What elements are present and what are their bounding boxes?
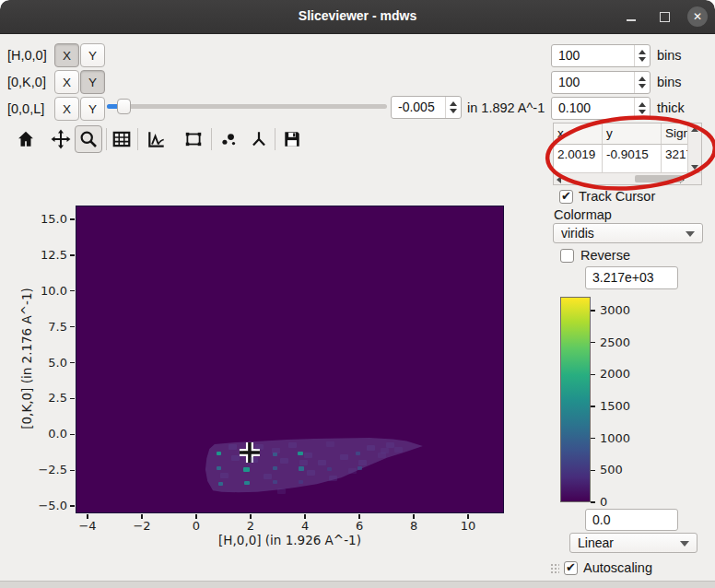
spin-arrows[interactable] [634, 45, 650, 66]
y-tick-mark [70, 218, 75, 219]
x-tick-label: 10 [461, 519, 476, 533]
home-button[interactable] [14, 127, 38, 151]
spin-arrows[interactable] [634, 72, 650, 93]
table-header-2[interactable]: Signal [662, 123, 690, 145]
heatmap-point [326, 441, 334, 447]
colorbar-tick-mark [591, 470, 595, 471]
colorbar-tick-mark [591, 501, 595, 502]
scroll-left-icon[interactable] [557, 176, 561, 183]
heatmap-point [243, 467, 250, 472]
colorbar-tick-label: 0 [600, 495, 607, 509]
heatmap-point [298, 452, 303, 455]
colormap-label: Colormap [554, 207, 612, 222]
grid-button[interactable] [110, 127, 134, 151]
pan-icon [51, 129, 71, 149]
colormap-dropdown[interactable]: viridis [553, 223, 703, 243]
pan-button[interactable] [49, 127, 73, 151]
heatmap-point [367, 445, 375, 451]
y-tick-mark [70, 290, 75, 291]
l-slice-value: -0.005 [398, 100, 435, 114]
heatmap-point [340, 454, 348, 460]
heatmap-point [299, 480, 303, 484]
scroll-down-icon[interactable] [691, 165, 698, 170]
home-icon [16, 129, 36, 149]
k-bins-label: bins [657, 75, 682, 89]
scale-dropdown[interactable]: Linear [569, 533, 697, 553]
min-value-field[interactable]: 0.0 [585, 509, 678, 531]
resize-grip[interactable] [550, 563, 559, 574]
track-cursor-checkbox[interactable] [559, 190, 573, 204]
y-tick-mark [70, 326, 75, 327]
titlebar[interactable]: Sliceviewer - mdws ✕ [0, 0, 715, 34]
peaks-overlay-button[interactable] [217, 127, 240, 151]
spin-up-icon[interactable] [450, 101, 457, 106]
colorbar[interactable] [560, 297, 591, 502]
heatmap-point [280, 458, 288, 464]
save-button[interactable] [280, 127, 304, 151]
plot-area[interactable] [76, 206, 504, 513]
maximize-button[interactable] [654, 6, 674, 27]
heatmap-point [288, 442, 297, 448]
autoscaling-checkbox[interactable] [564, 561, 578, 575]
close-icon: ✕ [693, 11, 702, 22]
k-bins-value: 100 [558, 75, 580, 89]
slider-handle[interactable] [117, 99, 131, 114]
colormap-value: viridis [561, 226, 594, 241]
spin-down-icon[interactable] [639, 57, 646, 62]
spin-up-icon[interactable] [639, 102, 646, 107]
h00-x-button[interactable]: X [54, 43, 79, 67]
nonorthogonal-axes-button[interactable] [247, 127, 271, 151]
toolbar-separator [211, 128, 212, 150]
close-button[interactable]: ✕ [687, 6, 708, 27]
table-vertical-scrollbar[interactable] [687, 123, 701, 173]
cursor-info-table: xySignal 2.0019-0.90153217 [553, 123, 702, 185]
00l-x-button[interactable]: X [54, 97, 79, 121]
spin-arrows[interactable] [445, 97, 461, 118]
table-header-0[interactable]: x [554, 123, 603, 145]
table-cell-0[interactable]: 2.0019 [554, 145, 603, 173]
y-tick-mark [70, 505, 75, 506]
table-header-1[interactable]: y [603, 123, 662, 145]
slider-track[interactable] [107, 104, 387, 109]
reverse-checkbox[interactable] [560, 249, 574, 263]
k-bins-spinbox[interactable]: 100 [551, 71, 651, 94]
h-bins-spinbox[interactable]: 100 [551, 44, 651, 67]
line-plots-button[interactable] [145, 127, 169, 151]
colorbar-tick-mark [591, 374, 595, 375]
region-selection-button[interactable] [182, 127, 205, 151]
x-tick-label: −4 [78, 519, 96, 533]
heatmap-point [394, 447, 403, 453]
l-slice-spinbox[interactable]: -0.005 [391, 96, 462, 119]
spin-arrows[interactable] [634, 98, 650, 119]
h00-y-button[interactable]: Y [80, 43, 105, 67]
table-horizontal-scrollbar[interactable] [554, 172, 701, 184]
scroll-up-icon[interactable] [691, 127, 698, 132]
toolbar-separator [106, 128, 107, 150]
spin-up-icon[interactable] [639, 76, 646, 81]
y-tick-label: 15.0 [26, 212, 67, 226]
00l-y-button[interactable]: Y [80, 97, 105, 121]
0k0-y-button[interactable]: Y [80, 70, 105, 94]
spin-down-icon[interactable] [639, 84, 646, 88]
h-bins-label: bins [657, 48, 682, 63]
max-value-field[interactable]: 3.217e+03 [585, 266, 678, 289]
table-cell-2[interactable]: 3217 [662, 145, 690, 173]
heatmap-point [386, 442, 394, 448]
zoom-button[interactable] [75, 125, 102, 153]
toolbar-separator [275, 128, 275, 150]
table-cell-1[interactable]: -0.9015 [603, 145, 662, 173]
heatmap-point [273, 466, 277, 470]
0k0-x-button[interactable]: X [54, 70, 79, 94]
dim-label-00l: [0,0,L] [7, 101, 44, 116]
heatmap-point [329, 476, 337, 481]
heatmap-point [307, 470, 315, 476]
spin-down-icon[interactable] [450, 109, 457, 113]
spin-up-icon[interactable] [639, 50, 646, 54]
scrollbar-thumb[interactable] [635, 175, 683, 182]
thickness-spinbox[interactable]: 0.100 [551, 97, 651, 120]
minimize-button[interactable] [621, 6, 641, 27]
spin-down-icon[interactable] [639, 110, 646, 114]
l-slice-slider[interactable] [107, 99, 387, 114]
colorbar-tick-label: 1000 [600, 431, 630, 445]
heatmap-point [217, 466, 221, 470]
